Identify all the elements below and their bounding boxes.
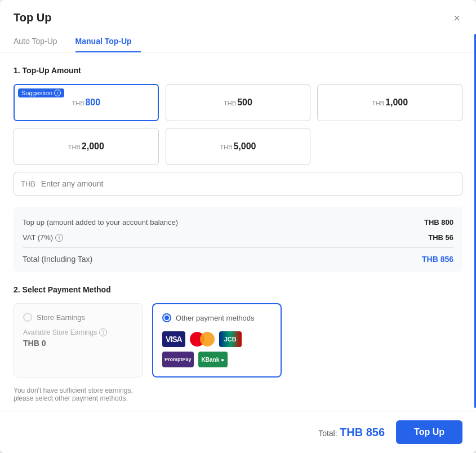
other-payment-header: Other payment methods bbox=[162, 313, 272, 322]
amount-btn-800[interactable]: Suggestioni THB800 bbox=[14, 84, 159, 121]
insufficient-msg: You don't have sufficient store earnings… bbox=[14, 387, 143, 402]
store-earnings-header: Store Earnings bbox=[23, 313, 134, 322]
payment-card-store[interactable]: Store Earnings Available Store Earnings … bbox=[14, 303, 143, 378]
other-payment-title: Other payment methods bbox=[176, 314, 254, 322]
store-earnings-info: Available Store Earnings i bbox=[23, 328, 134, 336]
summary-divider bbox=[23, 247, 453, 248]
amount-btn-500[interactable]: THB500 bbox=[166, 84, 311, 121]
amount-label-500: THB500 bbox=[224, 97, 252, 108]
amount-grid-row2: THB2,000 THB5,000 bbox=[14, 128, 462, 165]
vat-label: VAT (7%) i bbox=[23, 233, 63, 242]
payment-card-icons: VISA JCB PromptPay KBank ● bbox=[162, 331, 272, 367]
suggestion-info-icon: i bbox=[54, 90, 61, 96]
store-earnings-value: THB 0 bbox=[23, 339, 134, 348]
amount-label-5000: THB5,000 bbox=[220, 141, 256, 152]
modal-header: Top Up × bbox=[0, 0, 476, 24]
kbank-icon: KBank ● bbox=[198, 352, 228, 367]
promptpay-icon: PromptPay bbox=[162, 352, 194, 367]
custom-amount-prefix: THB bbox=[21, 180, 35, 188]
topup-amount-row: Top up (amount added to your account bal… bbox=[23, 215, 453, 230]
custom-amount-input[interactable] bbox=[41, 179, 455, 188]
summary-box: Top up (amount added to your account bal… bbox=[14, 207, 462, 272]
jcb-icon: JCB bbox=[219, 331, 242, 347]
amount-label-1000: THB1,000 bbox=[372, 97, 408, 108]
payment-card-other[interactable]: Other payment methods VISA JCB PromptPay… bbox=[152, 303, 282, 378]
suggestion-badge: Suggestioni bbox=[18, 88, 64, 97]
topup-button[interactable]: Top Up bbox=[396, 420, 462, 444]
earnings-info-icon[interactable]: i bbox=[99, 328, 107, 336]
mastercard-icon bbox=[190, 332, 215, 347]
store-earnings-radio bbox=[23, 313, 32, 322]
amount-label-2000: THB2,000 bbox=[68, 141, 104, 152]
tab-bar: Auto Top-Up Manual Top-Up bbox=[0, 31, 476, 52]
tab-manual-topup[interactable]: Manual Top-Up bbox=[75, 31, 141, 52]
section1-title: 1. Top-Up Amount bbox=[14, 66, 462, 75]
total-label: Total (Including Tax) bbox=[23, 255, 92, 264]
footer-total-label: Total: THB 856 bbox=[318, 426, 385, 439]
amount-btn-2000[interactable]: THB2,000 bbox=[14, 128, 159, 165]
modal-title: Top Up bbox=[14, 11, 51, 24]
amount-label-800: THB800 bbox=[72, 97, 100, 108]
tab-auto-topup[interactable]: Auto Top-Up bbox=[14, 31, 66, 52]
close-button[interactable]: × bbox=[451, 12, 462, 24]
payment-methods: Store Earnings Available Store Earnings … bbox=[14, 303, 462, 378]
modal-body: 1. Top-Up Amount Suggestioni THB800 THB5… bbox=[0, 52, 476, 411]
topup-label: Top up (amount added to your account bal… bbox=[23, 218, 178, 226]
store-earnings-title: Store Earnings bbox=[37, 313, 85, 322]
visa-icon: VISA bbox=[162, 331, 185, 347]
section2-title: 2. Select Payment Method bbox=[14, 285, 462, 294]
amount-btn-1000[interactable]: THB1,000 bbox=[317, 84, 462, 121]
vat-value: THB 56 bbox=[428, 233, 453, 242]
amount-btn-5000[interactable]: THB5,000 bbox=[166, 128, 311, 165]
vat-row: VAT (7%) i THB 56 bbox=[23, 230, 453, 245]
topup-value: THB 800 bbox=[424, 218, 453, 226]
top-up-modal: Top Up × Auto Top-Up Manual Top-Up 1. To… bbox=[0, 0, 476, 453]
total-value: THB 856 bbox=[422, 255, 453, 264]
modal-footer: Total: THB 856 Top Up bbox=[0, 411, 476, 453]
total-row: Total (Including Tax) THB 856 bbox=[23, 250, 453, 264]
vat-info-icon[interactable]: i bbox=[55, 234, 63, 242]
amount-grid-row1: Suggestioni THB800 THB500 THB1,000 bbox=[14, 84, 462, 121]
custom-amount-row: THB bbox=[14, 172, 462, 196]
other-payment-radio bbox=[162, 313, 171, 322]
